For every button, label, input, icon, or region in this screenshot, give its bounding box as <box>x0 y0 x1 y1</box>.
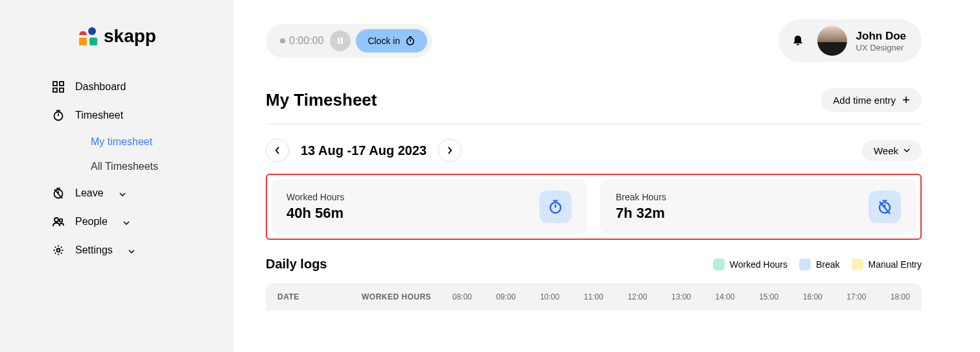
sidebar-item-label: Dashboard <box>75 81 126 93</box>
hour-col: 16:00 <box>803 292 822 301</box>
chevron-down-icon <box>128 244 135 256</box>
sidebar-item-label: Settings <box>75 244 113 256</box>
logo-mark-icon <box>78 26 99 47</box>
date-range: 13 Aug -17 Aug 2023 <box>301 143 426 158</box>
date-nav: 13 Aug -17 Aug 2023 <box>266 139 461 162</box>
break-hours-card: Break Hours 7h 32m <box>600 179 916 235</box>
svg-rect-3 <box>53 82 57 86</box>
period-label: Week <box>874 145 898 156</box>
sidebar-item-leave[interactable]: Leave <box>0 179 233 207</box>
user-info: John Doe UX Designer <box>856 30 906 53</box>
chevron-down-icon <box>123 216 130 228</box>
hour-col: 08:00 <box>452 292 472 301</box>
column-date: DATE <box>277 292 362 301</box>
svg-rect-5 <box>53 88 57 92</box>
legend-swatch-icon <box>852 259 863 270</box>
hour-col: 13:00 <box>671 292 691 301</box>
svg-rect-1 <box>79 38 87 45</box>
hour-col: 17:00 <box>846 292 866 301</box>
sidebar-item-label: Leave <box>75 187 104 199</box>
sidebar-item-people[interactable]: People <box>0 207 233 236</box>
logo-text: skapp <box>104 26 156 47</box>
sidebar-item-settings[interactable]: Settings <box>0 236 233 264</box>
legend-label: Break <box>816 259 840 270</box>
dashboard-icon <box>52 80 65 93</box>
divider <box>266 124 922 124</box>
user-name: John Doe <box>856 30 906 43</box>
legend-swatch-icon <box>799 259 811 270</box>
svg-point-0 <box>88 27 96 35</box>
hour-col: 18:00 <box>891 292 910 301</box>
legend-manual: Manual Entry <box>852 259 922 270</box>
hour-col: 12:00 <box>627 292 647 301</box>
clock-timer: 0:00:00 <box>289 35 323 47</box>
svg-point-24 <box>550 202 561 213</box>
clock-in-label: Clock in <box>368 36 400 46</box>
sidebar-item-label: Timesheet <box>75 110 123 121</box>
chevron-down-icon <box>904 148 910 152</box>
legend: Worked Hours Break Manual Entry <box>713 259 922 270</box>
clock-time: 0:00:00 <box>271 35 330 47</box>
stat-label: Worked Hours <box>286 192 344 202</box>
stat-value: 40h 56m <box>286 205 344 222</box>
legend-swatch-icon <box>713 259 725 270</box>
page-title: My Timesheet <box>266 90 377 110</box>
break-stopwatch-off-icon <box>869 191 901 223</box>
chevron-down-icon <box>119 187 126 199</box>
sidebar-sub-all-timesheets[interactable]: All Timesheets <box>0 154 233 179</box>
sidebar: skapp Dashboard Timesheet My timesheet A… <box>0 0 233 352</box>
svg-rect-17 <box>338 38 340 44</box>
stats-row: Worked Hours 40h 56m Break Hours 7h 32m <box>266 174 922 240</box>
legend-worked: Worked Hours <box>713 259 788 270</box>
gear-icon <box>52 244 65 257</box>
add-entry-label: Add time entry <box>833 95 896 106</box>
svg-rect-4 <box>60 82 64 86</box>
stat-value: 7h 32m <box>616 205 666 222</box>
leave-icon <box>52 187 65 200</box>
pause-button[interactable] <box>330 30 351 51</box>
hour-col: 11:00 <box>584 292 603 301</box>
svg-rect-18 <box>341 38 343 44</box>
column-worked: WORKED HOURS <box>362 292 452 301</box>
logo: skapp <box>0 26 233 73</box>
user-role: UX Designer <box>856 43 906 53</box>
logs-header: Daily logs Worked Hours Break Manual Ent… <box>266 257 922 272</box>
sidebar-item-label: People <box>75 216 108 228</box>
stat-label: Break Hours <box>616 192 666 202</box>
stopwatch-icon <box>405 36 415 46</box>
prev-week-button[interactable] <box>266 139 289 162</box>
logs-title: Daily logs <box>266 257 327 272</box>
svg-rect-2 <box>89 38 97 45</box>
sidebar-item-dashboard[interactable]: Dashboard <box>0 73 233 101</box>
user-widget[interactable]: John Doe UX Designer <box>778 19 922 62</box>
plus-icon <box>902 95 910 106</box>
pause-icon <box>336 37 344 45</box>
topbar: 0:00:00 Clock in John Doe UX Designer <box>266 19 922 62</box>
clock-widget: 0:00:00 Clock in <box>266 24 432 58</box>
hour-col: 09:00 <box>496 292 516 301</box>
main-content: 0:00:00 Clock in John Doe UX Designer <box>233 0 980 352</box>
clock-in-button[interactable]: Clock in <box>356 29 427 53</box>
page-header: My Timesheet Add time entry <box>266 88 922 112</box>
hour-col: 15:00 <box>759 292 778 301</box>
sidebar-sub-my-timesheet[interactable]: My timesheet <box>0 130 233 154</box>
table-header: DATE WORKED HOURS 08:00 09:00 10:00 11:0… <box>266 283 922 311</box>
legend-label: Manual Entry <box>869 259 922 270</box>
svg-point-14 <box>54 218 58 222</box>
stopwatch-icon <box>52 109 65 122</box>
sidebar-sub-label: All Timesheets <box>91 161 158 172</box>
add-time-entry-button[interactable]: Add time entry <box>821 88 922 112</box>
sidebar-item-timesheet[interactable]: Timesheet <box>0 101 233 130</box>
period-selector[interactable]: Week <box>862 140 922 161</box>
date-nav-row: 13 Aug -17 Aug 2023 Week <box>266 139 922 162</box>
worked-stopwatch-icon <box>539 191 572 223</box>
svg-point-15 <box>60 219 63 222</box>
bell-icon[interactable] <box>791 34 804 47</box>
chevron-left-icon <box>275 147 280 154</box>
worked-hours-card: Worked Hours 40h 56m <box>271 179 587 235</box>
next-week-button[interactable] <box>438 139 461 162</box>
legend-label: Worked Hours <box>730 259 788 270</box>
svg-point-16 <box>57 249 60 252</box>
hour-col: 14:00 <box>716 292 735 301</box>
legend-break: Break <box>799 259 840 270</box>
